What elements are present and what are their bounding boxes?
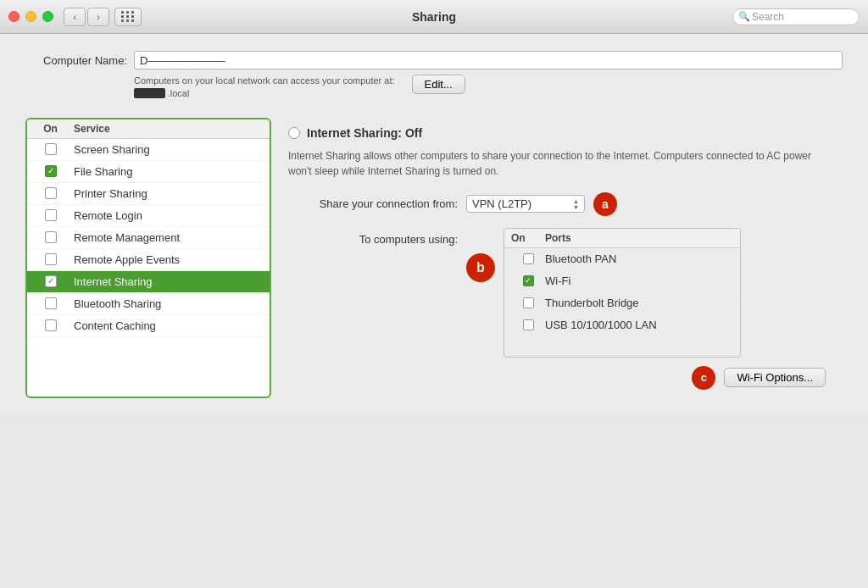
- port-item-wifi[interactable]: ✓ Wi-Fi: [504, 270, 740, 292]
- computer-name-section: Computer Name: Computers on your local n…: [25, 51, 843, 101]
- screen-sharing-label: Screen Sharing: [74, 143, 150, 156]
- bluetooth-pan-checkbox[interactable]: [523, 253, 534, 264]
- port-item-bluetooth-pan[interactable]: Bluetooth PAN: [504, 248, 740, 270]
- remote-login-checkbox[interactable]: [45, 209, 57, 221]
- services-list: On Service Screen Sharing ✓ File Sharing: [25, 118, 271, 398]
- screen-sharing-checkbox[interactable]: [45, 143, 57, 155]
- thunderbolt-checkbox[interactable]: [523, 297, 534, 308]
- internet-sharing-checkbox[interactable]: ✓: [45, 275, 57, 287]
- vpn-arrows-icon: ▲ ▼: [573, 198, 579, 210]
- service-item-remote-apple-events[interactable]: Remote Apple Events: [27, 249, 270, 271]
- thunderbolt-checkbox-wrap: [511, 297, 545, 308]
- ports-table: On Ports Bluetooth PAN: [504, 228, 741, 358]
- bluetooth-pan-checkbox-wrap: [511, 253, 545, 264]
- remote-management-checkbox[interactable]: [45, 231, 57, 243]
- bluetooth-sharing-checkbox-wrap: [27, 297, 74, 309]
- thunderbolt-label: Thunderbolt Bridge: [545, 297, 639, 309]
- close-button[interactable]: [8, 11, 19, 22]
- edit-button[interactable]: Edit...: [412, 75, 465, 94]
- name-row: Computer Name:: [25, 51, 843, 69]
- ports-header-on: On: [511, 232, 545, 244]
- printer-sharing-checkbox[interactable]: [45, 187, 57, 199]
- computers-using-label: To computers using:: [288, 228, 458, 246]
- maximize-button[interactable]: [42, 11, 53, 22]
- forward-button[interactable]: ›: [87, 8, 109, 26]
- services-header-service: Service: [74, 123, 110, 135]
- service-item-content-caching[interactable]: Content Caching: [27, 315, 270, 337]
- usb-lan-checkbox[interactable]: [523, 319, 534, 330]
- window-title: Sharing: [412, 10, 456, 24]
- badge-b: b: [466, 253, 495, 282]
- service-item-remote-management[interactable]: Remote Management: [27, 227, 270, 249]
- service-item-bluetooth-sharing[interactable]: Bluetooth Sharing: [27, 293, 270, 315]
- search-placeholder: Search: [752, 11, 784, 23]
- search-box[interactable]: 🔍 Search: [732, 8, 860, 25]
- content-caching-label: Content Caching: [74, 319, 156, 332]
- content-caching-checkbox-wrap: [27, 319, 74, 331]
- content-caching-checkbox[interactable]: [45, 319, 57, 331]
- address-line2: .local: [134, 87, 395, 100]
- main-panel: On Service Screen Sharing ✓ File Sharing: [25, 118, 843, 398]
- services-header-on: On: [27, 123, 74, 135]
- wifi-checkbox-wrap: ✓: [511, 275, 545, 286]
- bluetooth-pan-label: Bluetooth PAN: [545, 252, 616, 265]
- port-item-empty1: [504, 336, 740, 357]
- minimize-button[interactable]: [25, 11, 36, 22]
- traffic-lights: [8, 11, 53, 22]
- usb-lan-checkbox-wrap: [511, 319, 545, 330]
- back-button[interactable]: ‹: [64, 8, 86, 26]
- ports-header-ports: Ports: [545, 232, 571, 244]
- titlebar: ‹ › Sharing 🔍 Search: [0, 0, 868, 34]
- sharing-status: Internet Sharing: Off: [288, 126, 826, 140]
- wifi-options-row: c Wi-Fi Options...: [288, 366, 826, 390]
- grid-button[interactable]: [114, 8, 142, 26]
- ports-header: On Ports: [504, 229, 740, 248]
- main-content: Computer Name: Computers on your local n…: [0, 34, 868, 415]
- services-header: On Service: [27, 119, 270, 139]
- wifi-checkbox[interactable]: ✓: [523, 275, 534, 286]
- search-icon: 🔍: [738, 11, 750, 22]
- status-label: Internet Sharing: Off: [307, 126, 422, 140]
- port-item-usb-lan[interactable]: USB 10/100/1000 LAN: [504, 314, 740, 336]
- usb-lan-label: USB 10/100/1000 LAN: [545, 319, 657, 331]
- address-line1: Computers on your local network can acce…: [134, 75, 395, 87]
- remote-apple-events-checkbox-wrap: [27, 253, 74, 265]
- computer-name-label: Computer Name:: [25, 54, 127, 67]
- port-item-thunderbolt[interactable]: Thunderbolt Bridge: [504, 292, 740, 314]
- service-item-screen-sharing[interactable]: Screen Sharing: [27, 139, 270, 161]
- wifi-label: Wi-Fi: [545, 275, 570, 287]
- wifi-checkmark-icon: ✓: [525, 276, 531, 285]
- redacted-hostname: [134, 88, 165, 98]
- remote-login-label: Remote Login: [74, 209, 142, 222]
- nav-buttons: ‹ ›: [64, 8, 109, 26]
- service-item-remote-login[interactable]: Remote Login: [27, 205, 270, 227]
- checkmark-icon: ✓: [47, 277, 54, 286]
- file-sharing-checkbox-wrap: ✓: [27, 165, 74, 177]
- remote-apple-events-checkbox[interactable]: [45, 253, 57, 265]
- bluetooth-sharing-checkbox[interactable]: [45, 297, 57, 309]
- remote-apple-events-label: Remote Apple Events: [74, 253, 180, 266]
- address-row: Computers on your local network can acce…: [134, 75, 843, 101]
- address-suffix: .local: [168, 88, 190, 98]
- status-radio[interactable]: [288, 127, 300, 139]
- address-text-block: Computers on your local network can acce…: [134, 75, 395, 101]
- connection-from-row: Share your connection from: VPN (L2TP) ▲…: [288, 192, 826, 216]
- file-sharing-checkbox[interactable]: ✓: [45, 165, 57, 177]
- service-item-file-sharing[interactable]: ✓ File Sharing: [27, 161, 270, 183]
- grid-icon: [121, 11, 135, 22]
- vpn-value: VPN (L2TP): [472, 197, 531, 210]
- wifi-options-button[interactable]: Wi-Fi Options...: [724, 368, 826, 387]
- printer-sharing-label: Printer Sharing: [74, 187, 147, 200]
- description-text: Internet Sharing allows other computers …: [288, 148, 826, 179]
- service-item-internet-sharing[interactable]: ✓ Internet Sharing: [27, 271, 270, 293]
- computer-name-input[interactable]: [134, 51, 843, 69]
- vpn-select[interactable]: VPN (L2TP) ▲ ▼: [466, 195, 585, 213]
- remote-login-checkbox-wrap: [27, 209, 74, 221]
- remote-management-checkbox-wrap: [27, 231, 74, 243]
- file-sharing-label: File Sharing: [74, 165, 132, 178]
- printer-sharing-checkbox-wrap: [27, 187, 74, 199]
- service-item-printer-sharing[interactable]: Printer Sharing: [27, 183, 270, 205]
- badge-a: a: [593, 192, 617, 216]
- bluetooth-sharing-label: Bluetooth Sharing: [74, 297, 161, 310]
- connection-from-label: Share your connection from:: [288, 197, 458, 210]
